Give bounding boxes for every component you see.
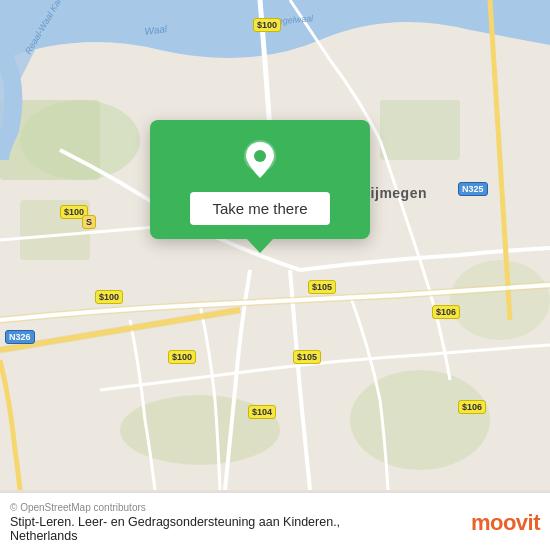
road-badge-s: S xyxy=(82,215,96,229)
svg-point-4 xyxy=(350,370,490,470)
svg-point-12 xyxy=(254,150,266,162)
road-badge-r4: $100 xyxy=(168,350,196,364)
road-badge-n325: N325 xyxy=(458,182,488,196)
road-badge-r5: $105 xyxy=(308,280,336,294)
road-badge-r7: $104 xyxy=(248,405,276,419)
location-popup: Take me there xyxy=(150,120,370,239)
road-badge-r3: $100 xyxy=(95,290,123,304)
location-pin-icon xyxy=(238,138,282,182)
bottom-bar: © OpenStreetMap contributors Stipt-Leren… xyxy=(0,492,550,550)
location-name-text: Stipt-Leren. Leer- en Gedragsondersteuni… xyxy=(10,515,410,543)
moovit-logo-text: moovit xyxy=(471,510,540,536)
moovit-logo: moovit xyxy=(471,510,540,536)
map-area[interactable]: Waal Siegelwaal Reaal-Waal Kanaal Nijmeg… xyxy=(0,0,550,492)
road-badge-r1: $100 xyxy=(253,18,281,32)
city-label: Nijmegen xyxy=(360,185,427,201)
take-me-there-button[interactable]: Take me there xyxy=(190,192,329,225)
svg-point-5 xyxy=(450,260,550,340)
road-badge-n326: N326 xyxy=(5,330,35,344)
app-container: Waal Siegelwaal Reaal-Waal Kanaal Nijmeg… xyxy=(0,0,550,550)
bottom-left-info: © OpenStreetMap contributors Stipt-Leren… xyxy=(10,502,410,543)
attribution-text: © OpenStreetMap contributors xyxy=(10,502,410,513)
road-badge-r8: $106 xyxy=(432,305,460,319)
road-badge-r9: $106 xyxy=(458,400,486,414)
svg-rect-6 xyxy=(380,100,460,160)
road-badge-r6: $105 xyxy=(293,350,321,364)
